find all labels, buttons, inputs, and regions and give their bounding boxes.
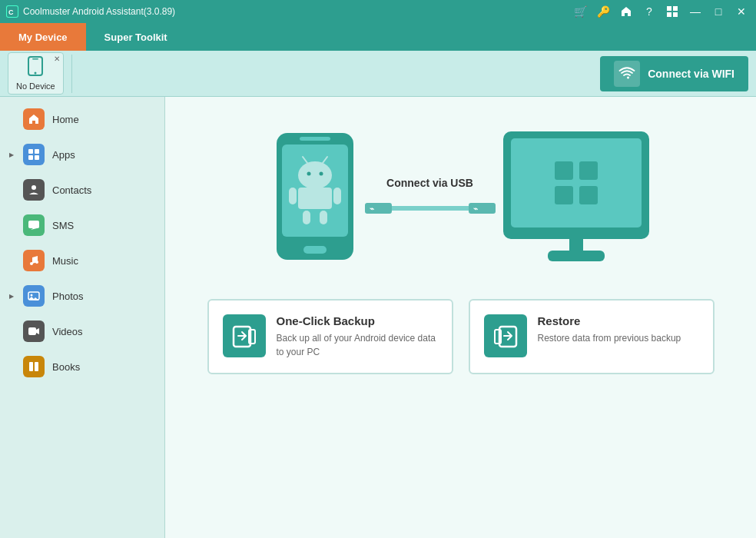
svg-rect-4 bbox=[667, 12, 671, 17]
backup-desc: Back up all of your Android device data … bbox=[277, 331, 438, 359]
svg-point-28 bbox=[319, 171, 323, 175]
contacts-icon bbox=[23, 179, 45, 201]
wifi-icon bbox=[614, 61, 640, 87]
svg-rect-32 bbox=[289, 188, 297, 204]
svg-rect-11 bbox=[28, 155, 33, 160]
action-cards: One-Click Backup Back up all of your And… bbox=[207, 299, 715, 374]
sidebar-item-music[interactable]: Music bbox=[0, 243, 164, 278]
sidebar-item-books[interactable]: Books bbox=[0, 349, 164, 384]
key-button[interactable]: 🔑 bbox=[595, 3, 612, 20]
svg-text:⌁: ⌁ bbox=[370, 204, 374, 213]
main-panel: Connect via USB ⌁ ⌁ bbox=[165, 97, 756, 538]
books-icon bbox=[23, 356, 45, 377]
restore-text: Restore Restore data from previous backu… bbox=[538, 314, 699, 345]
sidebar-item-photos[interactable]: Photos bbox=[0, 278, 164, 314]
svg-rect-21 bbox=[35, 362, 38, 371]
cart-button[interactable]: 🛒 bbox=[572, 3, 589, 20]
svg-rect-35 bbox=[320, 211, 327, 224]
svg-point-13 bbox=[32, 185, 36, 190]
restore-icon-box bbox=[484, 314, 527, 357]
svg-text:C: C bbox=[8, 8, 14, 16]
wifi-connect-button[interactable]: Connect via WIFI bbox=[600, 56, 748, 91]
device-tab[interactable]: ✕ No Device bbox=[8, 52, 64, 95]
tab-my-device[interactable]: My Device bbox=[0, 23, 86, 51]
home-icon bbox=[23, 108, 45, 130]
svg-text:⌁: ⌁ bbox=[473, 204, 478, 213]
svg-rect-38 bbox=[392, 206, 469, 211]
phone-graphic bbox=[265, 129, 365, 267]
device-divider bbox=[71, 55, 72, 93]
layout-button[interactable] bbox=[664, 3, 681, 20]
svg-point-18 bbox=[31, 294, 33, 297]
app-title: Coolmuster Android Assistant(3.0.89) bbox=[23, 6, 572, 17]
content-area: Home Apps Contacts bbox=[0, 97, 756, 538]
usb-line: ⌁ ⌁ bbox=[365, 197, 496, 220]
svg-rect-10 bbox=[35, 149, 39, 154]
svg-rect-19 bbox=[28, 327, 36, 335]
svg-point-15 bbox=[30, 262, 33, 265]
sidebar-item-sms[interactable]: SMS bbox=[0, 208, 164, 243]
home-label: Home bbox=[52, 114, 79, 125]
backup-title: One-Click Backup bbox=[277, 314, 438, 327]
maximize-button[interactable]: □ bbox=[710, 3, 727, 20]
window-controls: 🛒 🔑 ? — □ ✕ bbox=[572, 3, 750, 20]
svg-rect-43 bbox=[555, 161, 573, 180]
backup-card[interactable]: One-Click Backup Back up all of your And… bbox=[207, 299, 453, 374]
backup-text: One-Click Backup Back up all of your And… bbox=[277, 314, 438, 359]
books-label: Books bbox=[52, 361, 80, 373]
device-bar: ✕ No Device Connect via WIFI bbox=[0, 51, 756, 97]
svg-rect-25 bbox=[303, 246, 327, 254]
restore-desc: Restore data from previous backup bbox=[538, 331, 699, 345]
photos-icon bbox=[23, 285, 45, 307]
svg-point-8 bbox=[35, 72, 37, 75]
sms-label: SMS bbox=[52, 220, 74, 231]
music-icon bbox=[23, 250, 45, 271]
svg-rect-12 bbox=[35, 155, 39, 160]
photos-label: Photos bbox=[52, 291, 83, 302]
svg-rect-31 bbox=[298, 188, 332, 209]
contacts-label: Contacts bbox=[52, 184, 91, 196]
svg-rect-45 bbox=[555, 186, 573, 204]
connection-diagram: Connect via USB ⌁ ⌁ bbox=[181, 128, 741, 268]
svg-rect-14 bbox=[28, 221, 39, 228]
help-button[interactable]: ? bbox=[641, 3, 658, 20]
svg-rect-46 bbox=[579, 186, 598, 204]
tab-super-toolkit[interactable]: Super Toolkit bbox=[86, 23, 186, 51]
device-tab-close-icon[interactable]: ✕ bbox=[54, 55, 60, 63]
svg-point-26 bbox=[298, 161, 332, 189]
sms-icon bbox=[23, 214, 45, 236]
videos-label: Videos bbox=[52, 326, 83, 337]
sidebar-item-videos[interactable]: Videos bbox=[0, 314, 164, 349]
svg-rect-44 bbox=[579, 161, 598, 180]
wifi-button-label: Connect via WIFI bbox=[648, 68, 734, 80]
restore-title: Restore bbox=[538, 314, 699, 327]
svg-rect-3 bbox=[673, 6, 678, 11]
sidebar-item-contacts[interactable]: Contacts bbox=[0, 172, 164, 208]
sidebar-item-apps[interactable]: Apps bbox=[0, 137, 164, 172]
svg-rect-5 bbox=[673, 12, 678, 17]
svg-point-16 bbox=[35, 261, 38, 264]
usb-connector-area: Connect via USB ⌁ ⌁ bbox=[365, 177, 496, 220]
svg-rect-2 bbox=[667, 6, 671, 11]
svg-point-27 bbox=[307, 171, 310, 175]
svg-rect-42 bbox=[511, 138, 642, 227]
phone-icon bbox=[27, 56, 44, 80]
music-label: Music bbox=[52, 255, 78, 267]
restore-card[interactable]: Restore Restore data from previous backu… bbox=[469, 299, 715, 374]
home-button[interactable] bbox=[618, 3, 635, 20]
svg-rect-34 bbox=[303, 211, 310, 224]
close-button[interactable]: ✕ bbox=[733, 3, 750, 20]
monitor-graphic bbox=[496, 128, 657, 268]
svg-rect-24 bbox=[300, 137, 330, 141]
apps-icon bbox=[23, 144, 45, 165]
main-tabs: My Device Super Toolkit bbox=[0, 23, 756, 51]
minimize-button[interactable]: — bbox=[687, 3, 704, 20]
sidebar-item-home[interactable]: Home bbox=[0, 101, 164, 137]
sidebar: Home Apps Contacts bbox=[0, 97, 165, 538]
no-device-label: No Device bbox=[16, 81, 55, 91]
app-icon: C bbox=[6, 5, 18, 18]
apps-label: Apps bbox=[52, 149, 75, 161]
svg-rect-20 bbox=[29, 362, 33, 371]
svg-rect-7 bbox=[32, 58, 38, 60]
svg-rect-33 bbox=[333, 188, 341, 204]
